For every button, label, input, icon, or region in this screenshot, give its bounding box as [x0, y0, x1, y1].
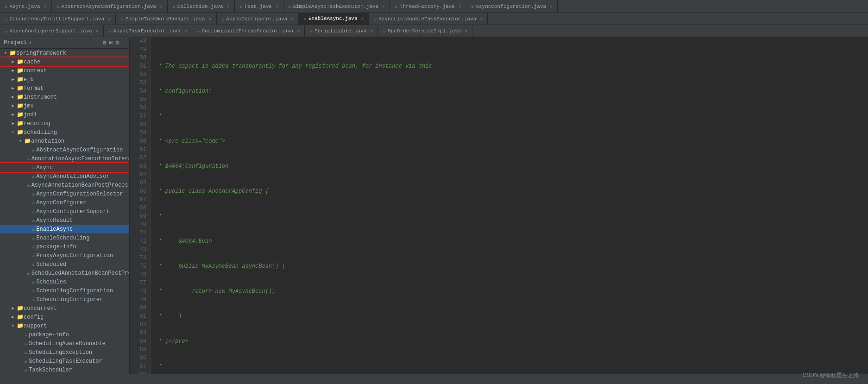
tab-bar-row1[interactable]: ☕ Async.java ✕ ☕ AbstractAsyncConfigurat… [0, 0, 868, 13]
tree-item-support[interactable]: ▾ 📁 support [0, 321, 129, 330]
tab-async-listenable[interactable]: ☕ AsyncListenableTaskExecutor.java ✕ [369, 13, 488, 25]
tab-async-configurer-support[interactable]: ☕ AsyncConfigurerSupport.java ✕ [0, 25, 104, 37]
tree-item-annotation-async-interceptor[interactable]: ▸ ☕ AnnotationAsyncExecutionInterceptor [0, 154, 129, 163]
tree-item-remoting[interactable]: ▶ 📁 remoting [0, 119, 129, 128]
tree-item-scheduling-config[interactable]: ▸ ☕ SchedulingConfiguration [0, 286, 129, 295]
tree-item-proxy-async[interactable]: ▸ ☕ ProxyAsyncConfiguration [0, 251, 129, 260]
tab-concurrency-throttle[interactable]: ☕ ConcurrencyThrottleSupport.java ✕ [0, 13, 116, 25]
tree-item-async[interactable]: ▸ ☕ Async [0, 163, 129, 172]
code-line-57: * return new MyAsyncBean(); [155, 287, 863, 296]
tree-item-concurrent[interactable]: ▶ 📁 concurrent [0, 304, 129, 313]
code-line-54: * [155, 212, 863, 220]
tree-item-scheduling[interactable]: ▾ 📁 scheduling [0, 128, 129, 137]
project-label: Project [4, 39, 27, 46]
tree-item-scheduling-exception[interactable]: ▸ ☕ SchedulingException [0, 348, 129, 357]
tree-item-instrument[interactable]: ▶ 📁 instrument [0, 93, 129, 101]
code-line-52: * &#064;Configuration [155, 162, 863, 170]
code-line-58: * } [155, 312, 863, 321]
code-line-55: * &#064;Bean [155, 237, 863, 246]
tree-item-async-annotation-advisor[interactable]: ▸ ☕ AsyncAnnotationAdvisor [0, 172, 129, 181]
code-content[interactable]: 4849505152 5354555657 585960 6162636465 … [130, 37, 868, 374]
tab-customizable-thread[interactable]: ☕ CustomizableThreadCreator.java ✕ [192, 25, 305, 37]
tab-bar-row2[interactable]: ☕ ConcurrencyThrottleSupport.java ✕ ☕ Si… [0, 13, 868, 25]
code-editor: 4849505152 5354555657 585960 6162636465 … [130, 37, 868, 374]
tree-item-springframework[interactable]: ▾ 📁 springframework [0, 49, 129, 57]
settings-icon[interactable]: ⚙ [103, 39, 107, 46]
code-line-48: * The aspect is added transparently for … [155, 62, 863, 70]
tree-item-package-info-support[interactable]: ▸ ☕ package-info [0, 330, 129, 339]
code-line-53: * public class AnotherAppConfig { [155, 187, 863, 195]
tree-item-async-annotation-bean[interactable]: ▸ ☕ AsyncAnnotationBeanPostProcessor [0, 181, 129, 189]
tree-item-jndi[interactable]: ▶ 📁 jndi [0, 110, 129, 119]
tab-simple-task-work[interactable]: ☕ SimpleTaskWorkManager.java ✕ [116, 13, 216, 25]
tab-serializable[interactable]: ☕ Serializable.java ✕ [305, 25, 378, 37]
line-numbers: 4849505152 5354555657 585960 6162636465 … [130, 37, 151, 374]
tree-root: ▾ 📁 springframework ▶ 📁 cache ▶ 📁 contex… [0, 49, 129, 374]
tree-item-schedules[interactable]: ▸ ☕ Schedules [0, 277, 129, 286]
tree-item-ejb[interactable]: ▶ 📁 ejb [0, 75, 129, 84]
tree-item-abstract-async-config[interactable]: ▸ ☕ AbstractAsyncConfiguration [0, 145, 129, 154]
tree-item-cache[interactable]: ▶ 📁 cache [0, 57, 129, 66]
layout-icon[interactable]: ⊞ [109, 39, 113, 46]
watermark: CSDN @编程重生之路 [802, 371, 859, 379]
tab-thread-factory[interactable]: ☕ ThreadFactory.java ✕ [390, 0, 466, 13]
tab-async-java[interactable]: ☕ Async.java ✕ [0, 0, 52, 13]
tree-item-enable-async[interactable]: ▸ ☕ EnableAsync [0, 225, 129, 233]
tree-item-async-configurer-support[interactable]: ▸ ☕ AsyncConfigurerSupport [0, 207, 129, 216]
tree-item-task-scheduler[interactable]: ▸ ☕ TaskScheduler [0, 365, 129, 374]
code-line-49: * configuration: [155, 87, 863, 95]
minimize-icon[interactable]: − [122, 39, 126, 46]
sidebar-header: Project ▾ ⚙ ⊞ ⚙ − [0, 37, 129, 49]
tree-item-package-info-annotation[interactable]: ▸ ☕ package-info [0, 242, 129, 251]
project-sidebar: Project ▾ ⚙ ⊞ ⚙ − ▾ 📁 springframework ▶ [0, 37, 130, 374]
tree-item-format[interactable]: ▶ 📁 format [0, 84, 129, 93]
code-line-60: * [155, 362, 863, 371]
gear-icon[interactable]: ⚙ [115, 39, 119, 46]
chevron-down-icon[interactable]: ▾ [29, 40, 31, 45]
tree-item-jmx[interactable]: ▶ 📁 jmx [0, 101, 129, 110]
tab-simple-async-executor[interactable]: ☕ SimpleAsyncTaskExecutor.java ✕ [283, 0, 390, 13]
tree-item-scheduled[interactable]: ▸ ☕ Scheduled [0, 260, 129, 269]
tab-test[interactable]: ☕ Test.java ✕ [235, 0, 283, 13]
tree-item-scheduling-configurer[interactable]: ▸ ☕ SchedulingConfigurer [0, 295, 129, 304]
tree-item-annotation[interactable]: ▾ 📁 annotation [0, 137, 129, 145]
tab-collection[interactable]: ☕ Collection.java ✕ [168, 0, 235, 13]
code-text[interactable]: * The aspect is added transparently for … [151, 37, 868, 374]
tree-item-scheduled-annotation-bean[interactable]: ▸ ☕ ScheduledAnnotationBeanPostProcessor [0, 269, 129, 277]
tree-item-scheduling-aware-runnable[interactable]: ▸ ☕ SchedulingAwareRunnable [0, 339, 129, 348]
tab-enable-async[interactable]: ☕ EnableAsync.java ✕ [299, 13, 369, 25]
code-line-56: * public MyAsyncBean asyncBean() { [155, 262, 863, 271]
tree-item-scheduling-task-executor[interactable]: ▸ ☕ SchedulingTaskExecutor [0, 357, 129, 365]
tree-item-enable-scheduling[interactable]: ▸ ☕ EnableScheduling [0, 233, 129, 242]
tab-async-task-executor[interactable]: ☕ AsyncTaskExecutor.java ✕ [104, 25, 192, 37]
code-line-50: * [155, 112, 863, 120]
status-bar: CSDN @编程重生之路 [0, 374, 868, 384]
code-line-51: * <pre class="code"> [155, 137, 863, 145]
tab-abstract-async[interactable]: ☕ AbstractAsyncConfiguration.java ✕ [52, 0, 168, 13]
tree-item-async-result[interactable]: ▸ ☕ AsyncResult [0, 216, 129, 225]
tree-item-async-config-selector[interactable]: ▸ ☕ AsyncConfigurationSelector [0, 189, 129, 198]
tree-item-context[interactable]: ▶ 📁 context [0, 66, 129, 75]
tab-mpc-order-service[interactable]: ☕ MpcOrderServiceImpl.java ✕ [378, 25, 472, 37]
tree-item-async-configurer[interactable]: ▸ ☕ AsyncConfigurer [0, 198, 129, 207]
tab-async-config[interactable]: ☕ AsyncConfiguration.java ✕ [466, 0, 558, 13]
tab-async-configurer[interactable]: ☕ AsyncConfigurer.java ✕ [217, 13, 299, 25]
code-line-59: * }</pre> [155, 337, 863, 346]
tree-item-config[interactable]: ▶ 📁 config [0, 313, 129, 321]
tab-bar-row3[interactable]: ☕ AsyncConfigurerSupport.java ✕ ☕ AsyncT… [0, 25, 868, 37]
